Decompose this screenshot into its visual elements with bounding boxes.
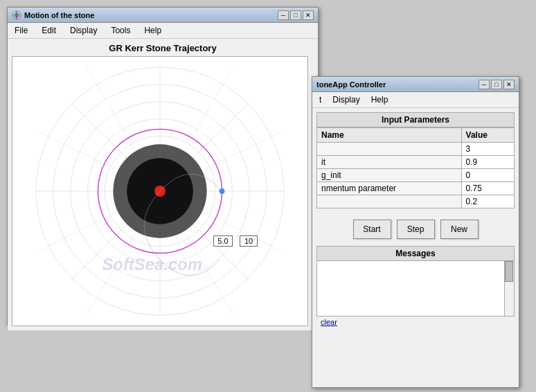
new-button[interactable]: New [440,220,479,239]
plot-svg: SoftSea.com [12,57,307,326]
table-row: 0.2 [317,195,515,208]
menu-edit[interactable]: Edit [37,24,60,37]
controller-window: toneApp Controller ─ □ ✕ t Display Help … [312,76,519,388]
ctrl-menu-t[interactable]: t [315,93,325,106]
param-name-4 [317,195,462,208]
table-row: it0.9 [317,156,515,169]
maximize-button[interactable]: □ [290,10,301,20]
main-title-bar: Motion of the stone ─ □ ✕ [8,8,318,23]
param-value-4: 0.2 [461,195,514,208]
step-button[interactable]: Step [397,220,435,239]
params-col-name: Name [317,128,462,143]
ctrl-menu-display[interactable]: Display [328,93,364,106]
plot-container: SoftSea.com 5.0 10 [12,56,308,326]
main-menu-bar: File Edit Display Tools Help [8,23,318,39]
clear-link[interactable]: clear [316,317,515,328]
ctrl-maximize-button[interactable]: □ [491,80,502,89]
canvas-area: GR Kerr Stone Trajectory [8,39,318,330]
main-window-title: Motion of the stone [24,11,94,19]
minimize-button[interactable]: ─ [278,10,289,20]
input-box-2[interactable]: 10 [240,235,258,247]
table-row: g_init0 [317,169,515,182]
table-row: nmentum parameter0.75 [317,182,515,195]
messages-body [316,261,515,317]
main-window: Motion of the stone ─ □ ✕ File Edit Disp… [7,7,319,326]
messages-label: Messages [316,246,515,261]
input-box-1[interactable]: 5.0 [213,235,233,247]
ctrl-window-controls[interactable]: ─ □ ✕ [479,80,515,89]
window-controls[interactable]: ─ □ ✕ [278,10,314,20]
messages-section: Messages clear [312,246,519,328]
param-name-0 [317,143,462,156]
start-button[interactable]: Start [353,220,391,239]
menu-help[interactable]: Help [140,24,166,37]
ctrl-minimize-button[interactable]: ─ [479,80,490,89]
menu-tools[interactable]: Tools [107,24,134,37]
close-button[interactable]: ✕ [303,10,314,20]
app-icon [12,10,21,20]
param-name-1: it [317,156,462,169]
param-value-2: 0 [461,169,514,182]
button-row: Start Step New [312,213,519,246]
menu-display[interactable]: Display [66,24,101,37]
table-row: 3 [317,143,515,156]
params-header: Input Parameters [316,112,515,127]
ctrl-window-title: toneApp Controller [316,80,386,89]
params-section: Input Parameters Name Value 3it0.9g_init… [312,108,519,213]
menu-file[interactable]: File [10,24,32,37]
param-value-0: 3 [461,143,514,156]
params-col-value: Value [461,128,514,143]
messages-scrollbar[interactable] [504,261,514,316]
ctrl-menu-help[interactable]: Help [367,93,393,106]
ctrl-title-bar: toneApp Controller ─ □ ✕ [312,77,519,92]
params-table: Name Value 3it0.9g_init0nmentum paramete… [316,127,515,208]
svg-text:SoftSea.com: SoftSea.com [102,255,202,274]
scrollbar-thumb[interactable] [505,261,513,282]
plot-title: GR Kerr Stone Trajectory [12,43,314,53]
param-value-3: 0.75 [461,182,514,195]
ctrl-menu-bar: t Display Help [312,92,519,108]
param-name-3: nmentum parameter [317,182,462,195]
param-value-1: 0.9 [461,156,514,169]
svg-point-22 [220,188,225,194]
ctrl-close-button[interactable]: ✕ [503,80,515,89]
param-name-2: g_init [317,169,462,182]
